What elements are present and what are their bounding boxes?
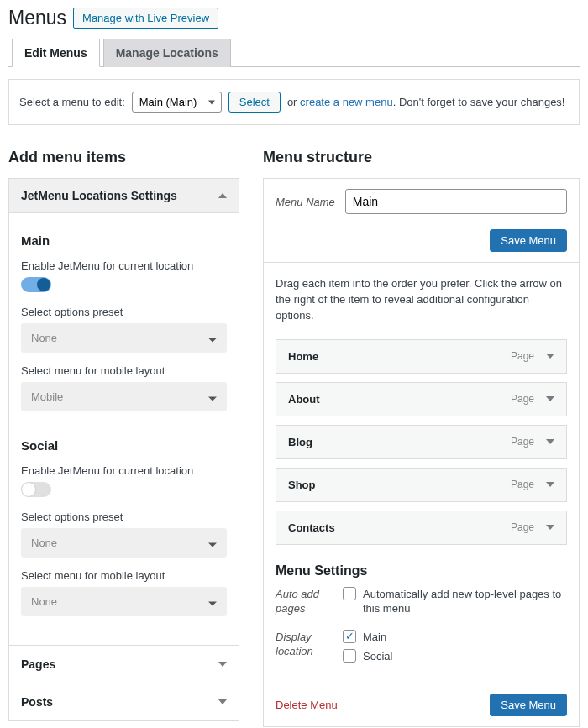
menu-item-name: Home bbox=[288, 350, 318, 363]
chevron-down-icon bbox=[546, 439, 554, 444]
or-text: or create a new menu. Don't forget to sa… bbox=[287, 96, 565, 108]
enable-jetmenu-social-label: Enable JetMenu for current location bbox=[21, 464, 227, 477]
mobile-select-main[interactable]: Mobile bbox=[21, 382, 227, 411]
acc-jetmenu-header[interactable]: JetMenu Locations Settings bbox=[8, 178, 239, 213]
menu-item-type: Page bbox=[511, 436, 534, 448]
menu-item-name: Blog bbox=[288, 436, 312, 448]
create-new-menu-link[interactable]: create a new menu bbox=[300, 96, 393, 108]
acc-jetmenu-title: JetMenu Locations Settings bbox=[21, 189, 177, 202]
live-preview-button[interactable]: Manage with Live Preview bbox=[73, 8, 218, 29]
menu-name-input[interactable] bbox=[345, 189, 567, 214]
mobile-select-social[interactable]: None bbox=[21, 587, 227, 616]
preset-select-social[interactable]: None bbox=[21, 528, 227, 558]
menu-item-name: About bbox=[288, 393, 320, 406]
location-main-heading: Main bbox=[21, 233, 227, 248]
menu-item-name: Shop bbox=[288, 479, 316, 491]
enable-jetmenu-social-toggle[interactable] bbox=[21, 482, 51, 497]
auto-add-checkbox[interactable] bbox=[343, 587, 356, 600]
acc-pages[interactable]: Pages bbox=[9, 645, 239, 683]
select-menu-button[interactable]: Select bbox=[228, 92, 281, 113]
auto-add-desc: Automatically add new top-level pages to… bbox=[363, 587, 567, 616]
mobile-label-social: Select menu for mobile layout bbox=[21, 569, 227, 582]
menu-item[interactable]: ContactsPage bbox=[276, 511, 567, 545]
display-social-checkbox[interactable] bbox=[343, 649, 356, 663]
menu-structure-heading: Menu structure bbox=[263, 149, 580, 166]
menu-item[interactable]: ShopPage bbox=[276, 468, 567, 502]
menu-item[interactable]: AboutPage bbox=[276, 382, 567, 416]
menu-item-type: Page bbox=[511, 393, 534, 405]
chevron-down-icon bbox=[546, 354, 554, 359]
auto-add-label: Auto add pages bbox=[276, 587, 328, 621]
acc-posts[interactable]: Posts bbox=[9, 683, 239, 720]
menu-select-label: Select a menu to edit: bbox=[19, 96, 125, 108]
display-main-checkbox[interactable] bbox=[343, 630, 356, 643]
chevron-down-icon bbox=[218, 699, 227, 704]
location-social-heading: Social bbox=[21, 438, 227, 453]
mobile-label-main: Select menu for mobile layout bbox=[21, 364, 227, 377]
menu-name-label: Menu Name bbox=[276, 196, 335, 208]
menu-item-name: Contacts bbox=[288, 521, 335, 534]
menu-item-type: Page bbox=[511, 350, 534, 362]
accordion-jetmenu: JetMenu Locations Settings Main Enable J… bbox=[8, 178, 239, 721]
menu-select[interactable]: Main (Main) bbox=[132, 92, 222, 113]
enable-jetmenu-label: Enable JetMenu for current location bbox=[21, 259, 227, 272]
acc-posts-label: Posts bbox=[21, 695, 53, 709]
chevron-up-icon bbox=[218, 193, 227, 198]
tab-manage-locations[interactable]: Manage Locations bbox=[103, 39, 231, 67]
page-title: Menus bbox=[8, 7, 66, 29]
menu-settings-heading: Menu Settings bbox=[276, 563, 567, 579]
tab-edit-menus[interactable]: Edit Menus bbox=[12, 39, 100, 67]
chevron-down-icon bbox=[546, 525, 554, 530]
enable-jetmenu-main-toggle[interactable] bbox=[21, 277, 51, 292]
display-main-text: Main bbox=[363, 630, 386, 645]
display-location-label: Display location bbox=[276, 630, 328, 669]
chevron-down-icon bbox=[546, 482, 554, 487]
menu-item[interactable]: BlogPage bbox=[276, 425, 567, 459]
chevron-down-icon bbox=[218, 662, 227, 667]
nav-tabs: Edit Menus Manage Locations bbox=[8, 38, 580, 67]
menu-item-type: Page bbox=[511, 479, 534, 490]
add-items-heading: Add menu items bbox=[8, 149, 239, 166]
chevron-down-icon bbox=[546, 396, 554, 401]
display-social-text: Social bbox=[363, 649, 392, 664]
preset-label-social: Select options preset bbox=[21, 511, 227, 523]
acc-pages-label: Pages bbox=[21, 657, 55, 671]
menu-item-type: Page bbox=[511, 521, 534, 533]
preset-label-main: Select options preset bbox=[21, 306, 227, 318]
save-menu-button-top[interactable]: Save Menu bbox=[490, 229, 567, 252]
preset-select-main[interactable]: None bbox=[21, 323, 227, 353]
menu-item[interactable]: HomePage bbox=[276, 339, 567, 374]
delete-menu-link[interactable]: Delete Menu bbox=[276, 699, 338, 711]
menu-structure-box: Menu Name Save Menu Drag each item into … bbox=[263, 178, 580, 727]
menu-select-bar: Select a menu to edit: Main (Main) Selec… bbox=[8, 79, 580, 125]
instructions-text: Drag each item into the order you prefer… bbox=[276, 276, 567, 324]
save-menu-button-bottom[interactable]: Save Menu bbox=[490, 694, 567, 716]
